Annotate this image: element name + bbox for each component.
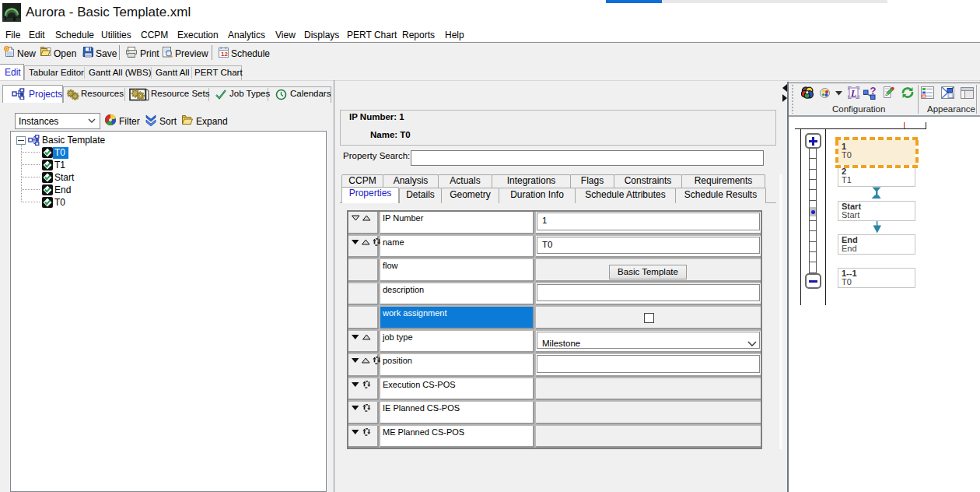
svg-text:?: ? xyxy=(870,86,877,97)
svg-text:L: L xyxy=(850,88,856,99)
svg-text:12: 12 xyxy=(221,51,228,58)
